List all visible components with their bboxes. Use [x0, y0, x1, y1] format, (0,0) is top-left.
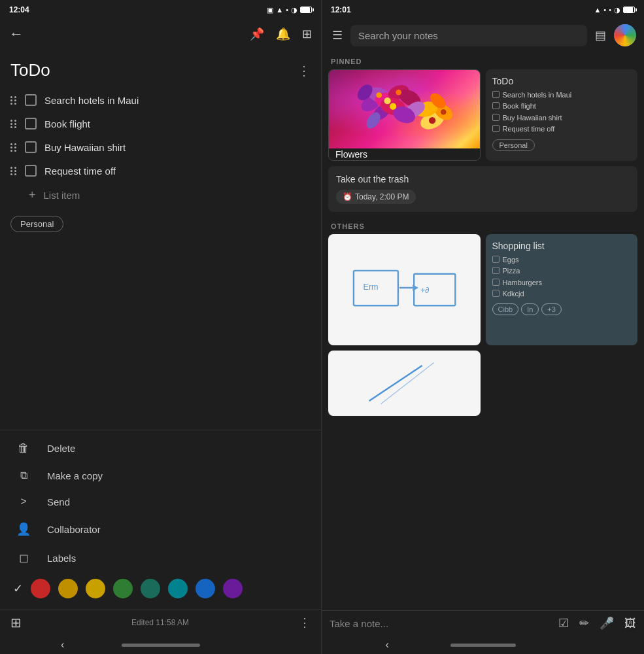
sketch-note-card-2[interactable] [328, 351, 481, 416]
color-palette: ✓ [0, 572, 321, 605]
bottom-bar-left: ⊞ Edited 11:58 AM ⋮ [0, 609, 321, 636]
trash-note-card[interactable]: Take out the trash ⏰ Today, 2:00 PM [328, 166, 637, 212]
add-icon[interactable]: ⊞ [302, 27, 312, 41]
labels-menu-item[interactable]: ◻ Labels [0, 543, 321, 572]
left-nav-back[interactable]: ‹ [4, 639, 122, 651]
bottom-input-bar: Take a note... ☑ ✏ 🎤 🖼 [322, 610, 644, 636]
svg-point-20 [441, 109, 447, 115]
mic-action-icon[interactable]: 🎤 [600, 616, 614, 630]
note-title[interactable]: ToDo [10, 60, 50, 80]
hamburger-button[interactable]: ☰ [330, 26, 345, 45]
view-toggle-button[interactable]: ▤ [592, 26, 609, 45]
mini-text-3: Buy Hawaiian shirt [503, 113, 562, 122]
search-bar[interactable]: Search your notes [350, 25, 587, 46]
avatar-image [614, 24, 636, 46]
left-nav-pill[interactable] [122, 644, 200, 647]
color-yellow[interactable] [86, 579, 105, 598]
right-wifi-icon: ▲ [594, 6, 601, 14]
color-green[interactable] [113, 579, 133, 598]
bottom-add-button[interactable]: ⊞ [10, 615, 22, 630]
color-cyan[interactable] [168, 579, 188, 598]
image-action-icon[interactable]: 🖼 [624, 617, 636, 630]
battery-icon [300, 7, 312, 13]
right-panel: 12:01 ▲ • • ◑ ☰ Search your notes ▤ PINN… [322, 0, 644, 654]
add-item-row[interactable]: + List item [0, 182, 321, 208]
collaborator-icon: 👤 [16, 522, 31, 536]
pinned-label: PINNED [328, 52, 637, 69]
add-item-placeholder: List item [44, 190, 80, 201]
color-amber[interactable] [58, 579, 78, 598]
left-panel: 12:04 ▣ ▲ • ◑ ← 📌 🔔 ⊞ ToDo ⋮ [0, 0, 322, 654]
take-note-input[interactable]: Take a note... [330, 618, 553, 629]
copy-menu-item[interactable]: ⧉ Make a copy [0, 462, 321, 489]
avatar[interactable] [614, 24, 636, 46]
reminder-icon[interactable]: 🔔 [276, 27, 290, 41]
shop-text-1: Eggs [503, 255, 519, 264]
svg-point-19 [429, 117, 435, 124]
mini-check-3 [492, 114, 500, 121]
shop-chip-3: +3 [541, 303, 562, 315]
labels-icon: ◻ [16, 551, 31, 565]
todo-note-card[interactable]: ToDo Search hotels in Maui Book flight B… [486, 69, 638, 161]
todo-mini-3: Buy Hawaiian shirt [492, 113, 632, 122]
checkbox-1[interactable] [25, 94, 37, 106]
todo-item-1[interactable]: Search hotels in Maui [0, 88, 321, 112]
checkbox-2[interactable] [25, 118, 37, 129]
dot-icon: • [286, 6, 288, 14]
delete-menu-item[interactable]: 🗑 Delete [0, 434, 321, 462]
pencil-action-icon[interactable]: ✏ [579, 616, 589, 630]
checkbox-3[interactable] [25, 141, 37, 153]
shop-check-3 [492, 279, 500, 286]
todo-mini-1: Search hotels in Maui [492, 90, 632, 99]
checkbox-4[interactable] [25, 165, 37, 177]
notes-scroll[interactable]: PINNED [322, 52, 644, 610]
color-selected-check: ✓ [13, 581, 23, 596]
sketch-note-card[interactable]: Erm +∂ [328, 234, 481, 345]
color-red[interactable] [31, 579, 50, 598]
delete-icon: 🗑 [16, 441, 31, 455]
pin-icon[interactable]: 📌 [250, 27, 264, 41]
send-menu-item[interactable]: < Send [0, 489, 321, 515]
todo-item-3[interactable]: Buy Hawaiian shirt [0, 135, 321, 159]
right-nav-pill[interactable] [450, 644, 516, 647]
color-purple[interactable] [223, 579, 243, 598]
drag-handle-2 [10, 120, 17, 128]
svg-line-27 [369, 366, 422, 401]
drag-handle-3 [10, 143, 17, 152]
copy-label: Make a copy [47, 470, 103, 481]
back-button[interactable]: ← [9, 26, 24, 43]
shop-check-2 [492, 267, 500, 274]
svg-point-15 [376, 92, 382, 98]
shopping-item-3: Hamburgers [492, 278, 632, 287]
todo-item-4[interactable]: Request time off [0, 159, 321, 182]
mini-text-4: Request time off [503, 124, 555, 133]
drag-handle-4 [10, 167, 17, 175]
right-time: 12:01 [331, 5, 351, 14]
right-status-icons: ▲ • • ◑ [594, 6, 635, 14]
trash-title: Take out the trash [336, 174, 630, 184]
bottom-more-button[interactable]: ⋮ [299, 615, 311, 630]
collaborator-menu-item[interactable]: 👤 Collaborator [0, 515, 321, 543]
checklist-action-icon[interactable]: ☑ [558, 616, 569, 630]
shopping-note-card[interactable]: Shopping list Eggs Pizza Hamburgers Kdkc… [486, 234, 638, 345]
color-teal[interactable] [141, 579, 160, 598]
sim-icon: ▣ [267, 6, 273, 14]
left-top-bar: ← 📌 🔔 ⊞ [0, 18, 321, 52]
label-chip-personal[interactable]: Personal [0, 208, 321, 240]
flowers-note-card[interactable]: Flowers [328, 69, 481, 161]
right-dot1-icon: • [603, 6, 606, 14]
flower-image [329, 70, 480, 148]
search-placeholder: Search your notes [358, 30, 438, 41]
svg-line-28 [381, 363, 433, 404]
todo-text-1: Search hotels in Maui [44, 95, 139, 106]
right-half-icon: ◑ [614, 6, 620, 14]
search-bar-row: ☰ Search your notes ▤ [322, 18, 644, 52]
color-blue[interactable] [195, 579, 215, 598]
right-nav-back[interactable]: ‹ [324, 639, 450, 651]
more-button[interactable]: ⋮ [297, 63, 311, 78]
bottom-menu: 🗑 Delete ⧉ Make a copy < Send 👤 Collabor… [0, 430, 321, 609]
left-status-bar: 12:04 ▣ ▲ • ◑ [0, 0, 321, 18]
todo-item-2[interactable]: Book flight [0, 112, 321, 135]
top-right-icons: 📌 🔔 ⊞ [250, 27, 312, 41]
right-battery-icon [623, 7, 635, 13]
